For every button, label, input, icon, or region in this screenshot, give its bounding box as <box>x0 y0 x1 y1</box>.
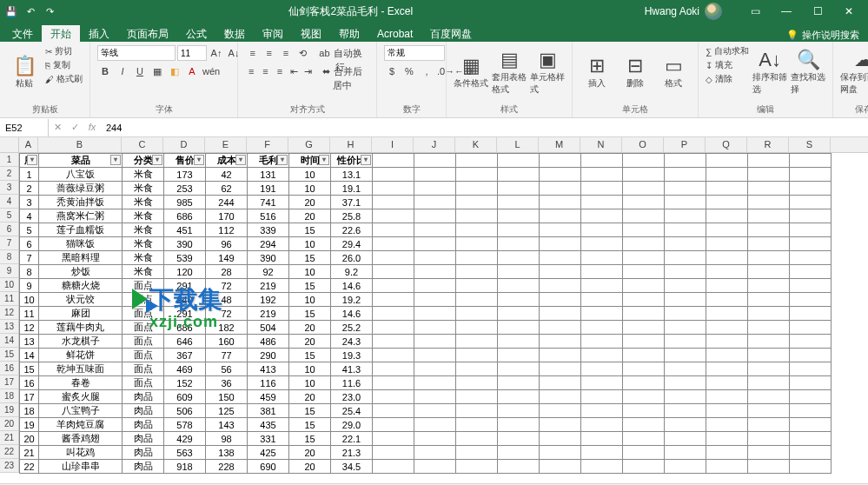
cell-M3[interactable] <box>540 182 581 196</box>
cell-S5[interactable] <box>790 209 832 223</box>
close-icon[interactable]: ✕ <box>833 5 865 17</box>
save-baidu-button[interactable]: ☁保存到百度网盘 <box>840 45 868 99</box>
cell-K22[interactable] <box>456 446 498 460</box>
row-header-17[interactable]: 17 <box>0 375 18 389</box>
cell-S6[interactable] <box>790 223 832 237</box>
cell-G9[interactable]: 10 <box>289 265 331 279</box>
cell-R12[interactable] <box>748 307 790 321</box>
cell-S3[interactable] <box>790 182 832 196</box>
cell-E8[interactable]: 149 <box>206 251 248 265</box>
cell-P17[interactable] <box>665 376 706 390</box>
cell-C22[interactable]: 肉品 <box>123 446 164 460</box>
cell-A3[interactable]: 2 <box>20 182 39 196</box>
cell-P14[interactable] <box>665 335 706 349</box>
row-header-18[interactable]: 18 <box>0 389 18 403</box>
cell-J3[interactable] <box>414 182 456 196</box>
cell-I7[interactable] <box>373 237 414 251</box>
cell-O13[interactable] <box>623 321 665 335</box>
cell-R5[interactable] <box>748 209 790 223</box>
cell-Q9[interactable] <box>706 265 748 279</box>
cell-Q12[interactable] <box>706 307 748 321</box>
row-header-7[interactable]: 7 <box>0 236 18 250</box>
row-header-9[interactable]: 9 <box>0 264 18 278</box>
cell-C13[interactable]: 面点 <box>123 321 164 335</box>
cell-E4[interactable]: 244 <box>206 196 248 209</box>
cell-F2[interactable]: 131 <box>248 168 289 182</box>
col-header-H[interactable]: H <box>330 137 372 152</box>
cell-E5[interactable]: 170 <box>206 209 248 223</box>
cell-S18[interactable] <box>790 390 832 404</box>
cell-A9[interactable]: 8 <box>20 265 39 279</box>
cell-A13[interactable]: 12 <box>20 321 39 335</box>
cell-P8[interactable] <box>665 251 706 265</box>
format-cells-button[interactable]: ▭格式 <box>656 45 691 99</box>
cell-N1[interactable] <box>581 154 623 168</box>
minimize-icon[interactable]: — <box>771 5 802 17</box>
cell-A8[interactable]: 7 <box>20 251 39 265</box>
row-header-2[interactable]: 2 <box>0 167 18 181</box>
cell-Q7[interactable] <box>706 237 748 251</box>
cell-Q18[interactable] <box>706 390 748 404</box>
cell-I6[interactable] <box>373 223 414 237</box>
align-top-icon[interactable]: ≡ <box>245 45 260 61</box>
cell-H19[interactable]: 25.4 <box>331 404 373 418</box>
cell-Q19[interactable] <box>706 404 748 418</box>
cell-A18[interactable]: 17 <box>20 390 39 404</box>
cell-E3[interactable]: 62 <box>206 182 248 196</box>
fill-button[interactable]: ↧填充 <box>706 59 749 71</box>
cell-C7[interactable]: 米食 <box>123 237 164 251</box>
filter-arrow-icon[interactable]: ▾ <box>152 155 162 165</box>
cell-K14[interactable] <box>456 335 498 349</box>
cell-L3[interactable] <box>498 182 540 196</box>
cell-S9[interactable] <box>790 265 832 279</box>
cell-B9[interactable]: 炒饭 <box>39 265 123 279</box>
cell-R21[interactable] <box>748 432 790 446</box>
cell-G1[interactable]: 时间▾ <box>289 154 331 168</box>
cell-Q16[interactable] <box>706 362 748 376</box>
cell-A10[interactable]: 9 <box>20 279 39 293</box>
cell-F9[interactable]: 92 <box>248 265 289 279</box>
cell-C15[interactable]: 面点 <box>123 349 164 362</box>
row-header-15[interactable]: 15 <box>0 348 18 362</box>
cell-S8[interactable] <box>790 251 832 265</box>
cell-M20[interactable] <box>540 418 581 432</box>
cell-S2[interactable] <box>790 168 832 182</box>
cell-A23[interactable]: 22 <box>20 460 39 474</box>
cell-Q11[interactable] <box>706 293 748 307</box>
cell-D19[interactable]: 506 <box>164 404 206 418</box>
cell-N4[interactable] <box>581 196 623 209</box>
cell-J2[interactable] <box>414 168 456 182</box>
cell-S15[interactable] <box>790 349 832 362</box>
cell-Q4[interactable] <box>706 196 748 209</box>
tab-页面布局[interactable]: 页面布局 <box>118 25 177 43</box>
cell-G11[interactable]: 10 <box>289 293 331 307</box>
cell-B23[interactable]: 山珍串串 <box>39 460 123 474</box>
cell-H18[interactable]: 23.0 <box>331 390 373 404</box>
cell-H22[interactable]: 21.3 <box>331 446 373 460</box>
cell-D15[interactable]: 367 <box>164 349 206 362</box>
cell-J6[interactable] <box>414 223 456 237</box>
cell-A2[interactable]: 1 <box>20 168 39 182</box>
cell-area[interactable]: 序▾菜品▾分类▾售价▾成本▾毛利▾时间▾性价比▾1八宝饭米食1734213110… <box>19 153 832 474</box>
cell-E7[interactable]: 96 <box>206 237 248 251</box>
cell-C23[interactable]: 肉品 <box>123 460 164 474</box>
cell-H23[interactable]: 34.5 <box>331 460 373 474</box>
cell-N22[interactable] <box>581 446 623 460</box>
cell-I5[interactable] <box>373 209 414 223</box>
cell-L7[interactable] <box>498 237 540 251</box>
cell-A20[interactable]: 19 <box>20 418 39 432</box>
cell-B3[interactable]: 蔷薇绿豆粥 <box>39 182 123 196</box>
cell-Q1[interactable] <box>706 154 748 168</box>
col-header-A[interactable]: A <box>19 137 38 152</box>
cell-R20[interactable] <box>748 418 790 432</box>
cell-B1[interactable]: 菜品▾ <box>39 154 123 168</box>
cell-H14[interactable]: 24.3 <box>331 335 373 349</box>
cell-I20[interactable] <box>373 418 414 432</box>
cell-H12[interactable]: 14.6 <box>331 307 373 321</box>
border-icon[interactable]: ▦ <box>149 63 165 79</box>
cell-K11[interactable] <box>456 293 498 307</box>
cell-H6[interactable]: 22.6 <box>331 223 373 237</box>
cell-H3[interactable]: 19.1 <box>331 182 373 196</box>
cell-G16[interactable]: 10 <box>289 362 331 376</box>
cell-A1[interactable]: 序▾ <box>20 154 39 168</box>
